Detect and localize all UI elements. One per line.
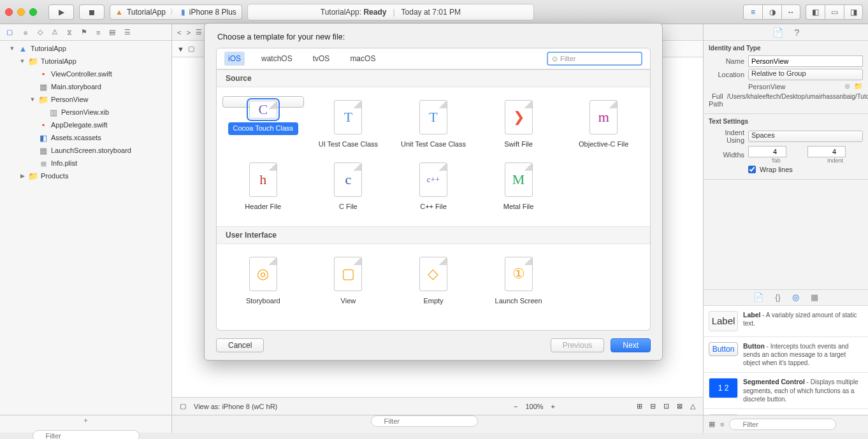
quick-help-tab[interactable]: ? [795,27,800,38]
scheme-selector[interactable]: ▲ TutorialApp 〉 ▮ iPhone 8 Plus [110,4,242,20]
indent-width-stepper[interactable] [807,146,846,157]
align-icon[interactable]: ⊡ [663,402,669,410]
navigator-filter-input[interactable] [33,430,140,439]
run-button[interactable]: ▶ [48,4,74,20]
platform-tab-macos[interactable]: macOS [346,52,379,66]
template-item[interactable]: mObjective-C File [563,96,644,155]
template-item[interactable]: ◎Storyboard [222,253,304,312]
platform-tab-ios[interactable]: iOS [224,52,245,66]
pin-icon[interactable]: ⊠ [677,402,683,410]
template-label: Storyboard [241,295,286,308]
version-editor-button[interactable]: ↔ [781,4,800,20]
device-config-icon[interactable]: ▢ [180,402,186,410]
library-filter-input[interactable] [729,419,836,430]
tree-row[interactable]: ◧Assets.xcassets [0,131,171,144]
cancel-button[interactable]: Cancel [216,338,264,352]
platform-tab-tvos[interactable]: tvOS [309,52,334,66]
template-grid[interactable]: SourceCCocoa Touch ClassTUI Test Case Cl… [216,69,651,331]
tree-row[interactable]: •ViewController.swift [0,68,171,80]
template-item[interactable]: cC File [307,159,389,217]
tree-row[interactable]: •AppDelegate.swift [0,119,171,131]
template-item[interactable]: c++C++ File [393,159,474,217]
folder-icon: 📁 [28,171,38,181]
tree-row[interactable]: ▦LaunchScreen.storyboard [0,144,171,157]
resolve-icon[interactable]: △ [690,402,695,410]
outline-disclosure-icon[interactable]: ▼ [177,45,184,53]
template-item[interactable]: CCocoa Touch Class [222,96,304,108]
embed-icon[interactable]: ⊟ [650,402,656,410]
close-window-icon[interactable] [5,8,13,16]
template-item[interactable]: hHeader File [222,159,304,217]
grid-view-icon[interactable]: ▦ [709,420,715,428]
project-tree[interactable]: ▼▲TutorialApp▼📁TutorialApp•ViewControlle… [0,41,171,415]
view-as-label[interactable]: View as: iPhone 8 (wC hR) [194,403,277,410]
wrap-lines-checkbox[interactable] [748,166,756,173]
zoom-window-icon[interactable] [29,8,37,16]
assistant-editor-button[interactable]: ◑ [762,4,781,20]
library-item[interactable]: LabelLabel - A variably sized amount of … [704,306,868,337]
template-filter-input[interactable]: ⊙ Filter [547,52,642,66]
tree-row[interactable]: ▶📁Products [0,169,171,182]
code-snippet-library-tab[interactable]: {} [775,292,781,302]
project-navigator-tab[interactable]: ▢ [6,28,13,36]
template-item[interactable]: MMetal File [478,159,560,217]
standard-editor-button[interactable]: ≡ [743,4,762,20]
template-item[interactable]: ◇Empty [393,253,474,312]
symbol-navigator-tab[interactable]: ◇ [38,28,43,36]
media-library-tab[interactable]: ▦ [811,292,818,302]
toggle-debug-button[interactable]: ▭ [825,4,844,20]
disclosure-icon[interactable]: ▼ [19,58,25,64]
test-navigator-tab[interactable]: ⚑ [81,28,87,36]
disclosure-icon[interactable]: ▼ [29,96,36,103]
source-control-navigator-tab[interactable]: ⨳ [22,29,29,36]
zoom-in-button[interactable]: + [551,403,555,410]
file-template-library-tab[interactable]: 📄 [753,292,763,302]
toggle-navigator-button[interactable]: ◧ [806,4,825,20]
template-item[interactable]: TUI Test Case Class [307,96,389,155]
platform-tab-watchos[interactable]: watchOS [257,52,296,66]
toggle-inspector-button[interactable]: ◨ [844,4,863,20]
name-field[interactable] [748,55,863,67]
zoom-value[interactable]: 100% [525,403,543,410]
find-navigator-tab[interactable]: ⚠ [52,28,58,36]
tree-row[interactable]: ▼📁PersonView [0,93,171,106]
report-navigator-tab[interactable]: ☰ [124,28,131,36]
list-view-icon[interactable]: ≡ [720,421,724,428]
tree-row[interactable]: ▼▲TutorialApp [0,42,171,55]
disclosure-icon[interactable]: ▶ [19,173,25,179]
minimize-window-icon[interactable] [17,8,25,16]
choose-folder-icon[interactable]: 📁 [854,82,863,90]
tree-row[interactable]: ▼📁TutorialApp [0,55,171,68]
template-item[interactable]: ①Launch Screen [478,253,560,312]
issue-navigator-tab[interactable]: ⧖ [67,28,72,36]
tree-row[interactable]: ▦Main.storyboard [0,80,171,93]
forward-button[interactable]: > [186,29,190,36]
file-inspector-tab[interactable]: 📄 [772,27,783,38]
related-items-icon[interactable]: ☰ [196,28,202,36]
next-button[interactable]: Next [611,338,651,352]
previous-button[interactable]: Previous [551,338,605,352]
location-select[interactable]: Relative to Group [748,69,863,80]
clear-location-icon[interactable]: ⊗ [844,82,850,90]
back-button[interactable]: < [177,29,181,36]
stop-button[interactable]: ◼ [79,4,105,20]
disclosure-icon[interactable]: ▼ [9,45,15,52]
breakpoint-navigator-tab[interactable]: ▤ [109,28,115,36]
tree-row[interactable]: ≣Info.plist [0,157,171,169]
library-item[interactable]: 1 2Segmented Control - Displays multiple… [704,373,868,409]
indent-using-select[interactable]: Spaces [748,131,863,142]
object-library-tab[interactable]: ◎ [792,292,799,302]
object-library-list[interactable]: LabelLabel - A variably sized amount of … [704,306,868,415]
add-icon[interactable]: ＋ [82,415,89,425]
template-item[interactable]: TUnit Test Case Class [393,96,474,155]
tab-width-stepper[interactable] [748,146,786,157]
template-item[interactable]: ❯Swift File [478,96,560,155]
constraints-icon[interactable]: ⊞ [637,402,642,410]
zoom-out-button[interactable]: − [514,403,517,410]
tree-row[interactable]: ▥PersonView.xib [0,106,171,119]
library-item[interactable]: TextText Field - Displays editable text [704,409,868,415]
template-item[interactable]: ▢View [307,253,389,312]
outline-filter-input[interactable] [371,415,478,427]
debug-navigator-tab[interactable]: ≡ [96,29,100,36]
library-item[interactable]: ButtonButton - Intercepts touch events a… [704,337,868,373]
